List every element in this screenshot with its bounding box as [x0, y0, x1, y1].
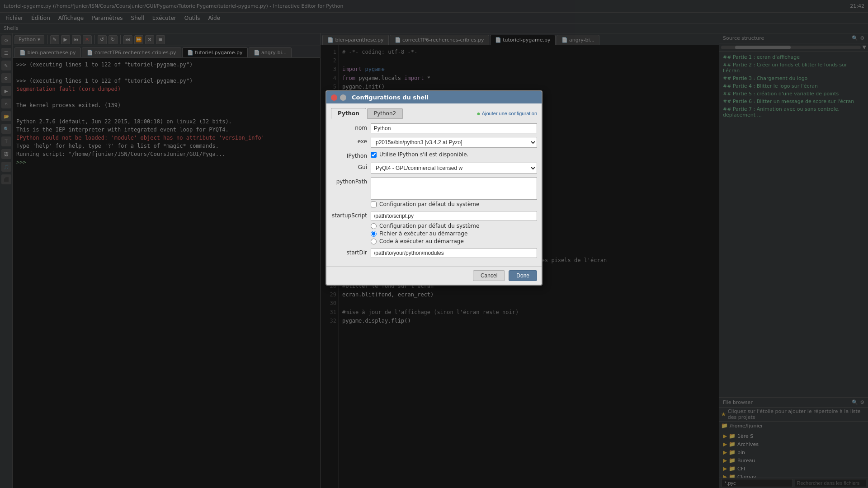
pythonpath-checkbox[interactable]	[371, 202, 377, 207]
form-row-pythonpath: pythonPath Configuration par défaut du s…	[331, 177, 537, 207]
pythonpath-textarea[interactable]	[371, 177, 537, 200]
startup-radio-code[interactable]	[371, 239, 377, 244]
add-config-button[interactable]: ● Ajouter une configuration	[476, 110, 537, 117]
nom-value	[371, 123, 537, 133]
exe-select[interactable]: p2015a/bin/python3 [v3.4.2 at Pyzo]	[371, 137, 537, 148]
exe-value: p2015a/bin/python3 [v3.4.2 at Pyzo]	[371, 137, 537, 148]
config-tab-python[interactable]: Python	[331, 108, 366, 119]
exe-label: exe	[331, 137, 367, 145]
startdir-input[interactable]	[371, 248, 537, 258]
config-tab-python2[interactable]: Python2	[367, 108, 403, 119]
modal-content: Python Python2 ● Ajouter une configurati…	[326, 103, 542, 266]
form-row-nom: nom	[331, 123, 537, 133]
startup-radio-label-2: Fichier à exécuter au démarrage	[379, 230, 467, 237]
shell-config-dialog: Configurations du shell Python Python2 ●…	[326, 90, 542, 286]
modal-min-btn[interactable]	[340, 94, 346, 101]
startdir-value	[371, 248, 537, 258]
nom-input[interactable]	[371, 123, 537, 133]
startupscript-label: startupScript	[331, 211, 367, 219]
nom-label: nom	[331, 123, 367, 131]
pythonpath-label: pythonPath	[331, 177, 367, 185]
startup-radio-label-3: Code à exécuter au démarrage	[379, 238, 464, 244]
pythonpath-value: Configuration par défaut du système	[371, 177, 537, 207]
pythonpath-checkbox-row: Configuration par défaut du système	[371, 201, 537, 207]
form-row-startdir: startDir	[331, 248, 537, 258]
modal-overlay: Configurations du shell Python Python2 ●…	[0, 0, 868, 488]
modal-title: Configurations du shell	[352, 94, 429, 101]
config-tabs: Python Python2 ● Ajouter une configurati…	[331, 108, 537, 119]
startup-radio-group: Configuration par défaut du système Fich…	[371, 223, 537, 244]
startup-radio-1: Configuration par défaut du système	[371, 223, 537, 229]
startup-radio-3: Code à exécuter au démarrage	[371, 238, 537, 244]
ipython-checkbox-label: Utilise IPython s'il est disponible.	[379, 151, 468, 158]
form-row-exe: exe p2015a/bin/python3 [v3.4.2 at Pyzo]	[331, 137, 537, 148]
done-button[interactable]: Done	[509, 270, 537, 281]
gui-select[interactable]: PyQt4 - GPL/commercial licensed w	[371, 163, 537, 174]
gui-value: PyQt4 - GPL/commercial licensed w	[371, 163, 537, 174]
startdir-label: startDir	[331, 248, 367, 256]
startup-radio-system[interactable]	[371, 223, 377, 229]
gui-label: Gui	[331, 163, 367, 170]
startup-radio-label-1: Configuration par défaut du système	[379, 223, 479, 229]
ipython-value: Utilise IPython s'il est disponible.	[371, 151, 537, 158]
form-row-ipython: IPython Utilise IPython s'il est disponi…	[331, 151, 537, 159]
ipython-checkbox-row: Utilise IPython s'il est disponible.	[371, 151, 537, 158]
cancel-button[interactable]: Cancel	[473, 270, 505, 281]
modal-close-btn[interactable]	[331, 94, 337, 101]
modal-titlebar: Configurations du shell	[326, 91, 542, 103]
form-row-gui: Gui PyQt4 - GPL/commercial licensed w	[331, 163, 537, 174]
startupscript-value: Configuration par défaut du système Fich…	[371, 211, 537, 244]
startup-radio-file[interactable]	[371, 231, 377, 237]
modal-buttons: Cancel Done	[326, 266, 542, 285]
ipython-checkbox[interactable]	[371, 152, 377, 158]
pythonpath-checkbox-label: Configuration par défaut du système	[379, 201, 479, 207]
startupscript-input[interactable]	[371, 211, 537, 221]
startup-radio-2: Fichier à exécuter au démarrage	[371, 230, 537, 237]
form-row-startupscript: startupScript Configuration par défaut d…	[331, 211, 537, 244]
ipython-label: IPython	[331, 151, 367, 159]
add-icon: ●	[476, 110, 480, 117]
